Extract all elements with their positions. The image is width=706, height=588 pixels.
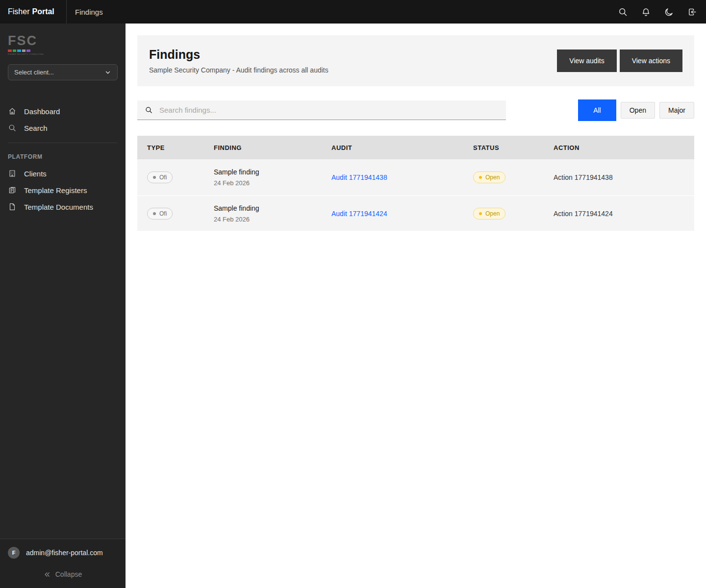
table-row: Ofi Sample finding 24 Feb 2026 Audit 177… — [137, 159, 694, 195]
column-header-finding: FINDING — [214, 144, 331, 151]
moon-icon[interactable] — [659, 2, 678, 21]
sidebar-item-label: Clients — [24, 170, 47, 178]
status-label: Open — [485, 210, 500, 217]
select-client-dropdown[interactable]: Select client... — [8, 64, 118, 80]
user-row: F admin@fisher-portal.com — [8, 547, 118, 559]
home-icon — [8, 107, 17, 116]
filter-all-button[interactable]: All — [578, 99, 616, 121]
search-icon[interactable] — [613, 2, 632, 21]
finding-date: 24 Feb 2026 — [214, 179, 331, 187]
type-dot-icon — [153, 212, 156, 215]
collapse-label: Collapse — [55, 570, 82, 578]
status-badge: Open — [473, 172, 505, 183]
sidebar-item-label: Template Registers — [24, 186, 87, 195]
logo-tagline: FISHER SECURITY CONSULTING — [8, 53, 118, 55]
type-label: Ofi — [159, 174, 167, 181]
logo: FSC FISHER SECURITY CONSULTING — [0, 24, 126, 55]
view-actions-button[interactable]: View actions — [620, 49, 682, 72]
sidebar-item-template-registers[interactable]: Template Registers — [0, 182, 126, 198]
avatar: F — [8, 547, 20, 559]
brand-name: Fisher — [8, 7, 29, 16]
sidebar-divider — [8, 143, 118, 143]
action-text: Action 1771941424 — [554, 210, 694, 218]
brand-suffix: Portal — [32, 7, 54, 16]
column-header-audit: AUDIT — [331, 144, 473, 151]
sidebar-item-template-documents[interactable]: Template Documents — [0, 198, 126, 215]
view-audits-button[interactable]: View audits — [557, 49, 616, 72]
page-subtitle: Sample Security Company - Audit findings… — [149, 66, 328, 74]
action-text: Action 1771941438 — [554, 173, 694, 181]
sidebar-item-label: Search — [24, 124, 48, 132]
column-header-status: STATUS — [473, 144, 554, 151]
logo-bars — [8, 49, 30, 52]
register-icon — [8, 186, 17, 195]
main-content: Findings Sample Security Company - Audit… — [126, 24, 706, 243]
type-badge: Ofi — [147, 172, 173, 183]
chevron-down-icon — [104, 69, 111, 76]
sidebar-item-dashboard[interactable]: Dashboard — [0, 103, 126, 120]
search-input[interactable] — [158, 105, 499, 115]
table-header: TYPE FINDING AUDIT STATUS ACTION — [137, 136, 694, 159]
status-badge: Open — [473, 208, 505, 220]
status-dot-icon — [479, 212, 482, 215]
double-chevron-left-icon — [44, 571, 51, 578]
brand: FisherPortal — [0, 7, 66, 16]
sidebar-section-platform: PLATFORM — [0, 149, 126, 165]
finding-title: Sample finding — [214, 204, 331, 212]
topbar: FisherPortal Findings — [0, 0, 706, 24]
type-badge: Ofi — [147, 208, 173, 220]
sidebar: FSC FISHER SECURITY CONSULTING Select cl… — [0, 24, 126, 588]
sidebar-item-label: Template Documents — [24, 203, 93, 211]
sidebar-item-search[interactable]: Search — [0, 120, 126, 136]
column-header-type: TYPE — [147, 144, 214, 151]
type-dot-icon — [153, 176, 156, 179]
building-icon — [8, 169, 17, 178]
sidebar-item-label: Dashboard — [24, 107, 60, 116]
filter-open-button[interactable]: Open — [621, 102, 655, 119]
page-title: Findings — [149, 48, 328, 62]
collapse-button[interactable]: Collapse — [8, 559, 118, 588]
toolbar: All Open Major — [137, 99, 694, 121]
filter-major-button[interactable]: Major — [659, 102, 694, 119]
document-icon — [8, 202, 17, 211]
logout-icon[interactable] — [682, 2, 701, 21]
filter-buttons: All Open Major — [578, 99, 694, 121]
finding-title: Sample finding — [214, 168, 331, 176]
status-label: Open — [485, 174, 500, 181]
search-icon — [8, 123, 17, 132]
topbar-icons — [613, 2, 706, 21]
sidebar-item-clients[interactable]: Clients — [0, 165, 126, 182]
search-box — [137, 100, 506, 120]
findings-table: TYPE FINDING AUDIT STATUS ACTION Ofi Sam… — [137, 136, 694, 231]
bell-icon[interactable] — [636, 2, 655, 21]
topnav-findings[interactable]: Findings — [66, 0, 111, 24]
sidebar-footer: F admin@fisher-portal.com Collapse — [0, 539, 126, 588]
audit-link[interactable]: Audit 1771941438 — [331, 173, 387, 181]
logo-text: FSC — [8, 34, 118, 48]
page-header-panel: Findings Sample Security Company - Audit… — [137, 35, 694, 86]
status-dot-icon — [479, 176, 482, 179]
header-buttons: View audits View actions — [557, 49, 682, 72]
column-header-action: ACTION — [554, 144, 694, 151]
select-client-value: Select client... — [14, 69, 54, 76]
search-icon — [145, 106, 153, 114]
sidebar-nav: Dashboard Search PLATFORM Clients Templa… — [0, 103, 126, 215]
audit-link[interactable]: Audit 1771941424 — [331, 210, 387, 218]
user-email: admin@fisher-portal.com — [26, 549, 103, 557]
finding-date: 24 Feb 2026 — [214, 216, 331, 223]
table-row: Ofi Sample finding 24 Feb 2026 Audit 177… — [137, 195, 694, 231]
type-label: Ofi — [159, 210, 167, 217]
